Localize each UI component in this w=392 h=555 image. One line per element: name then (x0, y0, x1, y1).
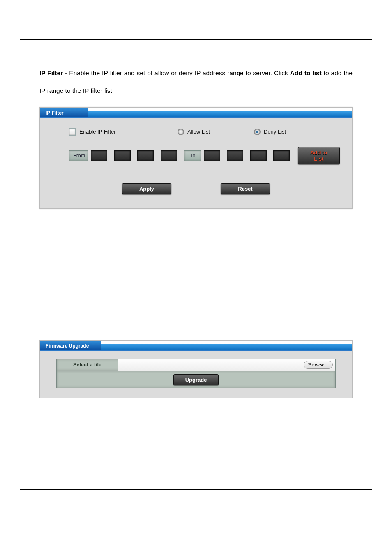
ip-filter-heading: IP Filter - (39, 69, 69, 76)
reset-button[interactable]: Reset (221, 183, 270, 194)
allow-list-label: Allow List (187, 129, 210, 135)
deny-list-label: Deny List (264, 129, 286, 135)
panel-header-bar (101, 344, 352, 350)
upgrade-button[interactable]: Upgrade (173, 374, 219, 385)
to-ip-octet-4[interactable] (273, 150, 290, 161)
to-ip-octet-2[interactable] (227, 150, 243, 161)
apply-button[interactable]: Apply (122, 183, 171, 194)
to-ip-octet-1[interactable] (204, 150, 220, 161)
firmware-upgrade-tab: Firmware Upgrade (40, 341, 101, 350)
ip-dot: . (269, 154, 271, 158)
from-ip-octet-1[interactable] (91, 150, 107, 161)
from-ip-octet-3[interactable] (137, 150, 154, 161)
enable-ip-filter-checkbox[interactable] (69, 128, 76, 136)
allow-list-radio[interactable] (178, 129, 184, 135)
ip-dot: . (223, 154, 225, 158)
ip-dot: . (110, 154, 112, 158)
ip-dot: . (156, 154, 158, 158)
ip-dot: . (246, 154, 248, 158)
panel-header-bar (88, 111, 352, 117)
to-label: To (184, 150, 201, 161)
ip-filter-description: IP Filter - Enable the IP filter and set… (39, 64, 353, 100)
deny-list-radio[interactable] (254, 129, 261, 135)
ip-filter-panel: IP Filter Enable IP Filter Allow List De… (39, 107, 353, 209)
browse-button[interactable]: Browse... (304, 361, 333, 369)
to-ip-octet-3[interactable] (250, 150, 267, 161)
select-file-label: Select a file (57, 359, 118, 371)
ip-filter-tab: IP Filter (40, 108, 88, 117)
firmware-upgrade-panel: Firmware Upgrade Select a file Browse...… (39, 340, 353, 398)
ip-dot: . (133, 154, 135, 158)
from-ip-octet-4[interactable] (161, 150, 177, 161)
from-ip-octet-2[interactable] (114, 150, 131, 161)
add-to-list-button[interactable]: Add to List (298, 147, 340, 164)
add-to-list-term: Add to list (290, 69, 322, 76)
from-label: From (69, 150, 88, 161)
enable-ip-filter-label: Enable IP Filter (79, 129, 116, 135)
